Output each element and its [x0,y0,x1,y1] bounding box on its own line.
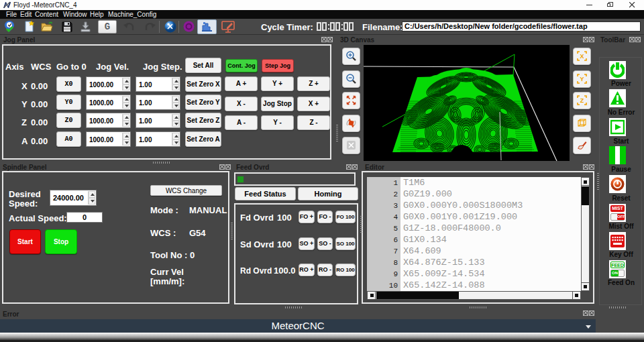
svg-text:X: X [580,53,584,60]
svg-text:Y: Y [580,76,584,82]
svg-text:Z: Z [580,97,584,104]
